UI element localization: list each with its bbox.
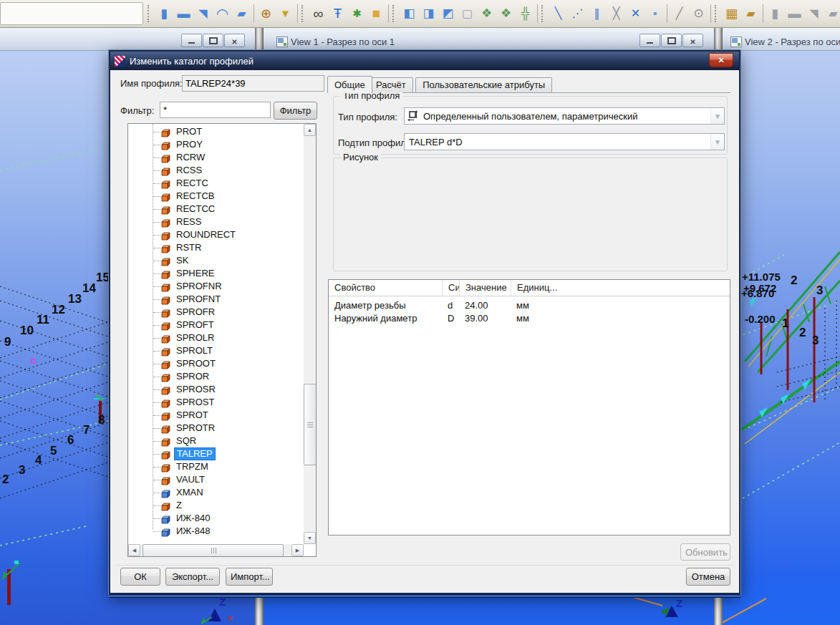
part-section-view-icon[interactable]: ◨ bbox=[419, 4, 438, 24]
column-header-0[interactable]: Свойство bbox=[329, 280, 442, 296]
tab-analysis[interactable]: Расчёт bbox=[369, 77, 413, 92]
chevron-down-icon[interactable]: ▼ bbox=[710, 108, 724, 124]
tree-item-sprofnr[interactable]: SPROFNR bbox=[128, 280, 304, 293]
create-parallel-points-icon[interactable]: ∥ bbox=[587, 4, 607, 24]
tree-item-z[interactable]: Z bbox=[128, 499, 304, 512]
profile-type-dropdown[interactable]: Определенный пользователем, параметричес… bbox=[404, 107, 725, 125]
tab-user-attributes[interactable]: Пользовательские атрибуты bbox=[415, 77, 552, 92]
tree-item-rcrw[interactable]: RCRW bbox=[128, 151, 304, 164]
scroll-right-icon[interactable]: ▶ bbox=[291, 544, 304, 556]
toolbar-drag-handle[interactable] bbox=[301, 5, 306, 22]
tree-item-proy[interactable]: PROY bbox=[128, 138, 304, 151]
ok-button[interactable]: ОК bbox=[120, 568, 160, 586]
dialog-title-bar[interactable]: Изменить каталог профилей bbox=[110, 52, 739, 70]
create-column-icon[interactable]: ▮ bbox=[155, 4, 174, 24]
tree-item-sqr[interactable]: SQR bbox=[128, 435, 304, 447]
horizontal-scroll-thumb[interactable] bbox=[143, 544, 284, 557]
component-catalog-icon[interactable]: ❖ bbox=[477, 4, 496, 24]
auto-connection-icon[interactable]: ✱ bbox=[347, 4, 367, 24]
tree-item-sprost[interactable]: SPROST bbox=[128, 396, 304, 409]
tree-item-prot[interactable]: PROT bbox=[128, 125, 304, 138]
create-curved-beam-icon[interactable]: ◠ bbox=[213, 4, 232, 24]
profile-name-field[interactable] bbox=[182, 75, 324, 92]
tree-item-rectcc[interactable]: RECTCC bbox=[128, 203, 304, 215]
toolbar-drag-handle[interactable] bbox=[541, 5, 546, 22]
explode-component-icon[interactable]: ╬ bbox=[516, 4, 535, 24]
tree-item-talrep[interactable]: TALREP bbox=[128, 447, 304, 460]
minimize-button[interactable] bbox=[181, 34, 202, 47]
create-bolt-icon[interactable]: ⊕ bbox=[256, 4, 276, 24]
dialog-close-button[interactable] bbox=[709, 53, 733, 67]
tree-item-sphere[interactable]: SPHERE bbox=[128, 267, 304, 280]
component-edit-icon[interactable]: ❖ bbox=[496, 4, 516, 24]
divide-line-icon[interactable]: ╱ bbox=[670, 4, 689, 24]
tree-item-vault[interactable]: VAULT bbox=[128, 473, 304, 486]
cancel-button[interactable]: Отмена bbox=[686, 568, 730, 586]
tree-item-trpzm[interactable]: TRPZM bbox=[128, 460, 304, 473]
scroll-up-icon[interactable]: ▲ bbox=[304, 124, 316, 136]
tree-item-sprofr[interactable]: SPROFR bbox=[128, 306, 304, 319]
vertical-scroll-thumb[interactable] bbox=[304, 384, 317, 465]
restore-button[interactable] bbox=[661, 34, 682, 47]
tree-horizontal-scrollbar[interactable]: ◀ ▶ bbox=[128, 544, 304, 556]
update-button[interactable]: Обновить bbox=[680, 543, 730, 561]
create-projection-point-icon[interactable]: ✕ bbox=[626, 4, 645, 24]
create-surface-icon[interactable]: ■ bbox=[367, 4, 386, 24]
tree-item-sprofnt[interactable]: SPROFNT bbox=[128, 293, 304, 306]
chevron-down-icon[interactable]: ▼ bbox=[710, 134, 724, 150]
create-contour-plate-icon[interactable]: ▰ bbox=[232, 4, 251, 24]
tree-vertical-scrollbar[interactable]: ▲ ▼ bbox=[304, 124, 316, 544]
tree-item-sprosr[interactable]: SPROSR bbox=[128, 383, 304, 396]
tree-item-rcss[interactable]: RCSS bbox=[128, 164, 304, 177]
table-row[interactable]: Наружний диаметрD39.00мм bbox=[329, 312, 730, 325]
create-pad-footing-icon[interactable]: ▦ bbox=[722, 4, 741, 24]
find-object-icon[interactable]: ∞ bbox=[309, 4, 328, 24]
tree-item-sproot[interactable]: SPROOT bbox=[128, 357, 304, 370]
tree-item-rstr[interactable]: RSTR bbox=[128, 241, 304, 254]
tree-item-rectcb[interactable]: RECTCB bbox=[128, 190, 304, 203]
filter-button[interactable]: Фильтр bbox=[274, 102, 317, 120]
tree-item-ress[interactable]: RESS bbox=[128, 215, 304, 228]
create-beam-icon[interactable]: ▬ bbox=[174, 4, 193, 24]
create-corner-point-icon[interactable]: ▪ bbox=[645, 4, 665, 24]
tree-item-sprot[interactable]: SPROT bbox=[128, 409, 304, 422]
minimize-button[interactable] bbox=[639, 34, 660, 47]
column-header-1[interactable]: Си... bbox=[442, 280, 459, 296]
create-strip-footing-icon[interactable]: ▰ bbox=[741, 4, 761, 24]
create-concrete-polybeam-icon[interactable]: ◥ bbox=[804, 4, 824, 24]
profile-subtype-dropdown[interactable]: TALREP d*D ▼ bbox=[404, 133, 725, 150]
tree-item-rectc[interactable]: RECTC bbox=[128, 177, 304, 190]
create-weld-icon[interactable]: ▼ bbox=[276, 4, 295, 24]
tree-item-sprolr[interactable]: SPROLR bbox=[128, 331, 304, 344]
create-intersection-point-icon[interactable]: ╳ bbox=[607, 4, 626, 24]
restore-button[interactable] bbox=[203, 34, 223, 47]
scroll-left-icon[interactable]: ◀ bbox=[128, 544, 140, 556]
table-row[interactable]: Диаметр резьбыd24.00мм bbox=[329, 299, 730, 312]
tree-item-sprotr[interactable]: SPROTR bbox=[128, 422, 304, 435]
phantom-part-icon[interactable]: ▢ bbox=[458, 4, 477, 24]
tab-general[interactable]: Общие bbox=[327, 76, 372, 93]
create-point-line-icon[interactable]: ╲ bbox=[549, 4, 568, 24]
part-3d-view-icon[interactable]: ◩ bbox=[438, 4, 458, 24]
scroll-down-icon[interactable]: ▼ bbox=[304, 532, 316, 544]
view1-title[interactable]: View 1 - Разрез по оси 1 bbox=[291, 37, 395, 47]
tree-item-sproft[interactable]: SPROFT bbox=[128, 319, 304, 331]
import-button[interactable]: Импорт... bbox=[226, 568, 273, 586]
view2-title[interactable]: View 2 - Разрез по оси А bbox=[745, 37, 840, 47]
filter-input[interactable] bbox=[160, 102, 271, 118]
create-concrete-beam-icon[interactable]: ▬ bbox=[785, 4, 804, 24]
create-concrete-slab-icon[interactable]: ▰ bbox=[824, 4, 840, 24]
export-button[interactable]: Экспорт... bbox=[165, 568, 220, 586]
toolbar-drag-handle[interactable] bbox=[392, 5, 397, 22]
part-basic-view-icon[interactable]: ◧ bbox=[400, 4, 419, 24]
tree-item-sprolt[interactable]: SPROLT bbox=[128, 344, 304, 357]
clash-check-icon[interactable]: Ŧ bbox=[328, 4, 347, 24]
toolbar-drag-handle[interactable] bbox=[148, 5, 153, 22]
create-concrete-column-icon[interactable]: ▮ bbox=[766, 4, 785, 24]
column-header-3[interactable]: Единиц... bbox=[511, 280, 730, 296]
close-icon[interactable] bbox=[224, 34, 245, 47]
tree-item-roundrect[interactable]: ROUNDRECT bbox=[128, 228, 304, 241]
tree-item-xman[interactable]: XMAN bbox=[128, 486, 304, 499]
tree-item-иж-840[interactable]: ИЖ-840 bbox=[128, 512, 304, 525]
toolbar-drag-handle[interactable] bbox=[715, 5, 720, 22]
